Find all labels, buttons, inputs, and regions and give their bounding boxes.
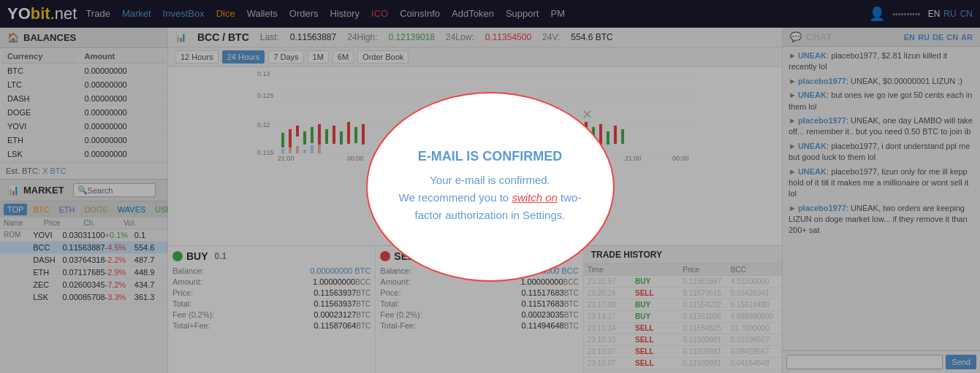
modal-body: Your e-mail is confirmed. We recommend y…	[390, 172, 591, 224]
modal-switch-link[interactable]: switch on	[512, 191, 558, 204]
modal-close-button[interactable]: ✕	[582, 107, 593, 123]
modal-line2-before: We recommend you to	[399, 191, 512, 204]
modal-box: ✕ E-MAIL IS CONFIRMED Your e-mail is con…	[366, 92, 615, 282]
modal-line1: Your e-mail is confirmed.	[430, 174, 550, 186]
modal-title: E-MAIL IS CONFIRMED	[418, 149, 563, 164]
modal-overlay[interactable]: ✕ E-MAIL IS CONFIRMED Your e-mail is con…	[0, 0, 980, 373]
